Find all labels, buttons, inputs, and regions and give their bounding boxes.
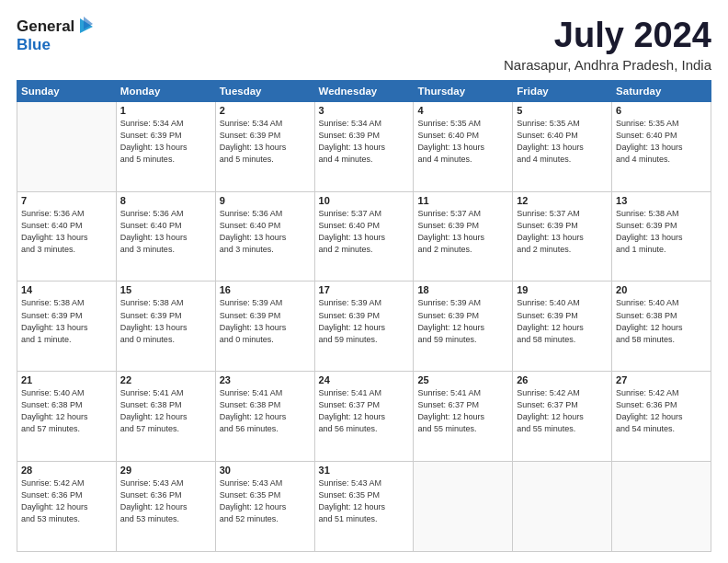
day-number: 12 bbox=[517, 195, 608, 206]
day-info: Sunrise: 5:34 AMSunset: 6:39 PMDaylight:… bbox=[319, 118, 410, 166]
table-row: 30Sunrise: 5:43 AMSunset: 6:35 PMDayligh… bbox=[215, 462, 314, 552]
day-info: Sunrise: 5:39 AMSunset: 6:39 PMDaylight:… bbox=[220, 297, 311, 345]
day-number: 5 bbox=[517, 105, 608, 116]
day-info: Sunrise: 5:35 AMSunset: 6:40 PMDaylight:… bbox=[517, 118, 608, 166]
day-info: Sunrise: 5:38 AMSunset: 6:39 PMDaylight:… bbox=[21, 297, 112, 345]
table-row: 26Sunrise: 5:42 AMSunset: 6:37 PMDayligh… bbox=[513, 372, 612, 462]
day-info: Sunrise: 5:41 AMSunset: 6:37 PMDaylight:… bbox=[417, 387, 508, 435]
day-info: Sunrise: 5:41 AMSunset: 6:37 PMDaylight:… bbox=[319, 387, 410, 435]
day-number: 17 bbox=[319, 284, 410, 295]
day-info: Sunrise: 5:36 AMSunset: 6:40 PMDaylight:… bbox=[21, 208, 112, 256]
header-friday: Friday bbox=[513, 80, 612, 101]
day-info: Sunrise: 5:43 AMSunset: 6:35 PMDaylight:… bbox=[220, 477, 311, 525]
day-number: 16 bbox=[220, 284, 311, 295]
table-row: 31Sunrise: 5:43 AMSunset: 6:35 PMDayligh… bbox=[314, 462, 414, 552]
day-info: Sunrise: 5:35 AMSunset: 6:40 PMDaylight:… bbox=[616, 118, 707, 166]
table-row: 23Sunrise: 5:41 AMSunset: 6:38 PMDayligh… bbox=[215, 372, 314, 462]
table-row: 29Sunrise: 5:43 AMSunset: 6:36 PMDayligh… bbox=[116, 462, 215, 552]
table-row: 13Sunrise: 5:38 AMSunset: 6:39 PMDayligh… bbox=[612, 191, 711, 282]
table-row: 19Sunrise: 5:40 AMSunset: 6:39 PMDayligh… bbox=[513, 282, 612, 372]
day-info: Sunrise: 5:41 AMSunset: 6:38 PMDaylight:… bbox=[220, 387, 311, 435]
table-row: 2Sunrise: 5:34 AMSunset: 6:39 PMDaylight… bbox=[215, 101, 314, 191]
day-info: Sunrise: 5:38 AMSunset: 6:39 PMDaylight:… bbox=[616, 208, 707, 256]
day-info: Sunrise: 5:38 AMSunset: 6:39 PMDaylight:… bbox=[120, 297, 211, 345]
day-number: 3 bbox=[319, 105, 410, 116]
day-number: 25 bbox=[417, 374, 508, 385]
header-monday: Monday bbox=[116, 80, 215, 101]
day-number: 22 bbox=[120, 374, 211, 385]
page: General Blue July 2024 Narasapur, Andhra… bbox=[0, 0, 728, 563]
table-row: 3Sunrise: 5:34 AMSunset: 6:39 PMDaylight… bbox=[314, 101, 414, 191]
table-row: 28Sunrise: 5:42 AMSunset: 6:36 PMDayligh… bbox=[17, 462, 117, 552]
table-row: 25Sunrise: 5:41 AMSunset: 6:37 PMDayligh… bbox=[414, 372, 513, 462]
day-number: 15 bbox=[120, 284, 211, 295]
day-number: 4 bbox=[417, 105, 508, 116]
day-info: Sunrise: 5:35 AMSunset: 6:40 PMDaylight:… bbox=[417, 118, 508, 166]
header-wednesday: Wednesday bbox=[314, 80, 414, 101]
table-row: 5Sunrise: 5:35 AMSunset: 6:40 PMDaylight… bbox=[513, 101, 612, 191]
day-number: 24 bbox=[319, 374, 410, 385]
table-row bbox=[17, 101, 117, 191]
day-number: 20 bbox=[616, 284, 707, 295]
day-number: 27 bbox=[616, 374, 707, 385]
day-number: 13 bbox=[616, 195, 707, 206]
day-number: 10 bbox=[319, 195, 410, 206]
day-info: Sunrise: 5:40 AMSunset: 6:38 PMDaylight:… bbox=[21, 387, 112, 435]
day-number: 21 bbox=[21, 374, 112, 385]
day-number: 6 bbox=[616, 105, 707, 116]
day-info: Sunrise: 5:39 AMSunset: 6:39 PMDaylight:… bbox=[417, 297, 508, 345]
header-sunday: Sunday bbox=[17, 80, 117, 101]
table-row: 9Sunrise: 5:36 AMSunset: 6:40 PMDaylight… bbox=[215, 191, 314, 282]
calendar-table: Sunday Monday Tuesday Wednesday Thursday… bbox=[17, 80, 711, 552]
table-row: 6Sunrise: 5:35 AMSunset: 6:40 PMDaylight… bbox=[612, 101, 711, 191]
day-number: 14 bbox=[21, 284, 112, 295]
table-row: 24Sunrise: 5:41 AMSunset: 6:37 PMDayligh… bbox=[314, 372, 414, 462]
table-row: 16Sunrise: 5:39 AMSunset: 6:39 PMDayligh… bbox=[215, 282, 314, 372]
day-info: Sunrise: 5:43 AMSunset: 6:35 PMDaylight:… bbox=[319, 477, 410, 525]
day-info: Sunrise: 5:36 AMSunset: 6:40 PMDaylight:… bbox=[120, 208, 211, 256]
day-info: Sunrise: 5:37 AMSunset: 6:39 PMDaylight:… bbox=[517, 208, 608, 256]
table-row: 15Sunrise: 5:38 AMSunset: 6:39 PMDayligh… bbox=[116, 282, 215, 372]
table-row: 27Sunrise: 5:42 AMSunset: 6:36 PMDayligh… bbox=[612, 372, 711, 462]
header: General Blue July 2024 Narasapur, Andhra… bbox=[17, 17, 711, 73]
day-info: Sunrise: 5:42 AMSunset: 6:36 PMDaylight:… bbox=[616, 387, 707, 435]
week-row-1: 7Sunrise: 5:36 AMSunset: 6:40 PMDaylight… bbox=[17, 191, 711, 282]
table-row: 10Sunrise: 5:37 AMSunset: 6:40 PMDayligh… bbox=[314, 191, 414, 282]
week-row-2: 14Sunrise: 5:38 AMSunset: 6:39 PMDayligh… bbox=[17, 282, 711, 372]
logo-blue-text: Blue bbox=[17, 37, 51, 54]
logo-general-text: General bbox=[17, 18, 74, 36]
day-number: 23 bbox=[220, 374, 311, 385]
table-row: 14Sunrise: 5:38 AMSunset: 6:39 PMDayligh… bbox=[17, 282, 117, 372]
day-number: 7 bbox=[21, 195, 112, 206]
table-row: 1Sunrise: 5:34 AMSunset: 6:39 PMDaylight… bbox=[116, 101, 215, 191]
day-info: Sunrise: 5:34 AMSunset: 6:39 PMDaylight:… bbox=[120, 118, 211, 166]
week-row-3: 21Sunrise: 5:40 AMSunset: 6:38 PMDayligh… bbox=[17, 372, 711, 462]
table-row: 20Sunrise: 5:40 AMSunset: 6:38 PMDayligh… bbox=[612, 282, 711, 372]
table-row: 18Sunrise: 5:39 AMSunset: 6:39 PMDayligh… bbox=[414, 282, 513, 372]
table-row bbox=[513, 462, 612, 552]
table-row: 11Sunrise: 5:37 AMSunset: 6:39 PMDayligh… bbox=[414, 191, 513, 282]
day-number: 9 bbox=[220, 195, 311, 206]
day-info: Sunrise: 5:42 AMSunset: 6:37 PMDaylight:… bbox=[517, 387, 608, 435]
day-info: Sunrise: 5:43 AMSunset: 6:36 PMDaylight:… bbox=[120, 477, 211, 525]
weekday-header-row: Sunday Monday Tuesday Wednesday Thursday… bbox=[17, 80, 711, 101]
day-info: Sunrise: 5:36 AMSunset: 6:40 PMDaylight:… bbox=[220, 208, 311, 256]
day-info: Sunrise: 5:42 AMSunset: 6:36 PMDaylight:… bbox=[21, 477, 112, 525]
logo: General Blue bbox=[17, 17, 93, 54]
title-section: July 2024 Narasapur, Andhra Pradesh, Ind… bbox=[504, 17, 711, 73]
header-tuesday: Tuesday bbox=[215, 80, 314, 101]
table-row: 17Sunrise: 5:39 AMSunset: 6:39 PMDayligh… bbox=[314, 282, 414, 372]
day-info: Sunrise: 5:39 AMSunset: 6:39 PMDaylight:… bbox=[319, 297, 410, 345]
day-info: Sunrise: 5:37 AMSunset: 6:39 PMDaylight:… bbox=[417, 208, 508, 256]
table-row: 21Sunrise: 5:40 AMSunset: 6:38 PMDayligh… bbox=[17, 372, 117, 462]
table-row bbox=[612, 462, 711, 552]
day-info: Sunrise: 5:40 AMSunset: 6:39 PMDaylight:… bbox=[517, 297, 608, 345]
week-row-4: 28Sunrise: 5:42 AMSunset: 6:36 PMDayligh… bbox=[17, 462, 711, 552]
day-number: 8 bbox=[120, 195, 211, 206]
day-info: Sunrise: 5:34 AMSunset: 6:39 PMDaylight:… bbox=[220, 118, 311, 166]
table-row: 8Sunrise: 5:36 AMSunset: 6:40 PMDaylight… bbox=[116, 191, 215, 282]
location-title: Narasapur, Andhra Pradesh, India bbox=[504, 57, 711, 73]
table-row: 7Sunrise: 5:36 AMSunset: 6:40 PMDaylight… bbox=[17, 191, 117, 282]
calendar-body: 1Sunrise: 5:34 AMSunset: 6:39 PMDaylight… bbox=[17, 101, 711, 551]
header-thursday: Thursday bbox=[414, 80, 513, 101]
